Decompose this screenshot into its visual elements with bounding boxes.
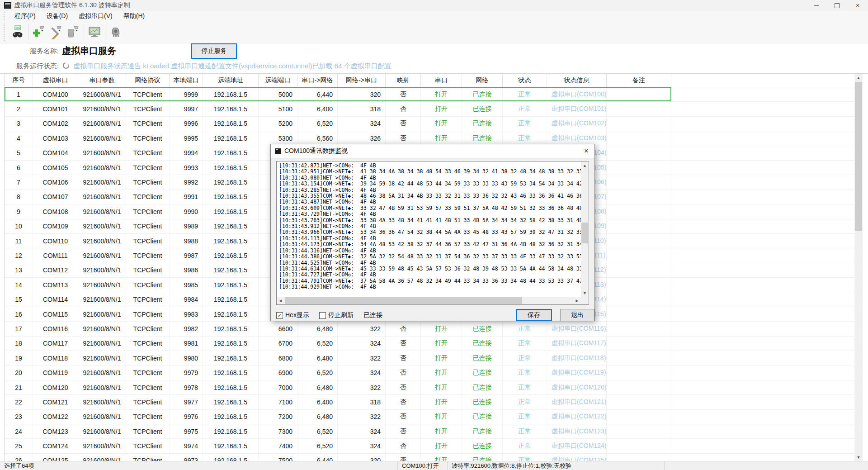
- table-row[interactable]: 25COM124921600/8/N/1TCPClient9974192.168…: [5, 439, 855, 453]
- scrollbar-thumb[interactable]: [855, 82, 862, 231]
- maximize-button[interactable]: [826, 0, 847, 11]
- cell-net_state: 已连接: [462, 366, 503, 380]
- column-header-note[interactable]: 备注: [607, 74, 671, 87]
- cell-net_state: 已连接: [462, 395, 503, 409]
- column-header-local_port[interactable]: 本地端口: [170, 74, 203, 87]
- log-scroll-up-icon[interactable]: ▲: [581, 161, 589, 169]
- toolbar-grip[interactable]: [4, 24, 6, 41]
- log-hscroll-thumb[interactable]: [285, 297, 522, 304]
- delete-device-button[interactable]: [65, 24, 82, 41]
- search-device-button[interactable]: 192: [9, 24, 26, 41]
- column-header-remote_port[interactable]: 远端端口: [259, 74, 297, 87]
- column-header-com[interactable]: 虚拟串口: [33, 74, 78, 87]
- cell-proto: TCPClient: [126, 351, 170, 365]
- column-header-to_net[interactable]: 串口->网络: [297, 74, 338, 87]
- hex-display-checkbox[interactable]: ✓ Hex显示: [276, 311, 309, 319]
- cell-note: [607, 204, 671, 218]
- add-device-icon: [32, 25, 46, 39]
- cell-to_net: 6,560: [297, 131, 338, 145]
- table-vertical-scrollbar[interactable]: ▲ ▼: [854, 74, 863, 461]
- dialog-title-bar[interactable]: COM100通讯数据监视 ×: [271, 144, 594, 158]
- log-vertical-scrollbar[interactable]: ▲ ▼: [581, 161, 589, 297]
- scroll-down-icon[interactable]: ▼: [854, 453, 863, 461]
- cell-com: COM110: [33, 234, 78, 248]
- comm-monitor-icon: [88, 25, 101, 39]
- statusbar-serial-params: 波特率:921600,数据位:8,停止位:1,校验:无校验: [448, 461, 665, 470]
- cell-proto: TCPClient: [126, 102, 170, 116]
- table-row[interactable]: 22COM121921600/8/N/1TCPClient9977192.168…: [5, 395, 855, 409]
- table-row[interactable]: 21COM120921600/8/N/1TCPClient9978192.168…: [5, 380, 855, 395]
- table-row[interactable]: 3COM102921600/8/N/1TCPClient9996192.168.…: [5, 117, 855, 131]
- stop-refresh-checkbox[interactable]: 停止刷新: [319, 311, 354, 319]
- column-header-port_state[interactable]: 串口: [421, 74, 462, 87]
- minimize-button[interactable]: [806, 0, 826, 11]
- table-header: 序号虚拟串口串口参数网络协议本地端口远端地址远端端口串口->网络网络->串口映射…: [5, 74, 855, 87]
- menu-grip[interactable]: [4, 12, 6, 20]
- menu-device[interactable]: 设备(D): [41, 11, 73, 21]
- table-row[interactable]: 23COM122921600/8/N/1TCPClient9976192.168…: [5, 410, 855, 424]
- table-row[interactable]: 20COM119921600/8/N/1TCPClient9979192.168…: [5, 366, 855, 380]
- device-config-button[interactable]: [107, 24, 124, 41]
- stop-service-button[interactable]: 停止服务: [191, 43, 237, 59]
- column-header-to_com[interactable]: 网络->串口: [338, 74, 386, 87]
- cell-proto: TCPClient: [126, 117, 170, 131]
- statusbar-selection: 选择了64项: [0, 461, 398, 470]
- cell-com: COM123: [33, 424, 78, 438]
- table-row[interactable]: 24COM123921600/8/N/1TCPClient9975192.168…: [5, 424, 855, 439]
- cell-note: [607, 117, 671, 131]
- log-line: [10:31:43.487]NET->COM◇: 4F 4B: [279, 199, 581, 205]
- svg-text:192: 192: [15, 26, 21, 29]
- cell-remote_addr: 192.168.1.5: [203, 234, 259, 248]
- cell-to_net: 6,520: [297, 424, 338, 438]
- column-header-mapped[interactable]: 映射: [386, 74, 421, 87]
- table-row[interactable]: 18COM117921600/8/N/1TCPClient9981192.168…: [5, 337, 855, 351]
- cell-remote_port: 5300: [259, 131, 297, 145]
- table-row[interactable]: 1COM100921600/8/N/1TCPClient9999192.168.…: [5, 87, 855, 102]
- log-scroll-right-icon[interactable]: ►: [573, 297, 581, 304]
- menu-help[interactable]: 帮助(H): [118, 11, 150, 21]
- save-button[interactable]: 保存: [516, 309, 552, 321]
- table-row[interactable]: 19COM118921600/8/N/1TCPClient9980192.168…: [5, 351, 855, 366]
- cell-net_state: 已连接: [462, 424, 503, 438]
- cell-status: 正常: [503, 131, 547, 145]
- cell-com: COM115: [33, 307, 78, 321]
- log-scroll-down-icon[interactable]: ▼: [581, 289, 589, 297]
- log-vscroll-thumb[interactable]: [581, 223, 588, 243]
- cell-status_info: 虚拟串口(COM122)串口: [547, 410, 607, 424]
- table-row[interactable]: 26COM125921600/8/N/1TCPClient9973192.168…: [5, 454, 855, 461]
- cell-status_info: 虚拟串口(COM100)串口: [547, 87, 607, 101]
- cell-com: COM105: [33, 161, 78, 175]
- log-scroll-left-icon[interactable]: ◄: [277, 297, 284, 304]
- cell-params: 921600/8/N/1: [78, 102, 126, 116]
- column-header-status_info[interactable]: 状态信息: [547, 74, 607, 87]
- cell-seq: 20: [5, 366, 33, 380]
- dialog-close-button[interactable]: ×: [578, 144, 594, 158]
- table-row[interactable]: 17COM116921600/8/N/1TCPClient9982192.168…: [5, 322, 855, 336]
- column-header-remote_addr[interactable]: 远端地址: [203, 74, 259, 87]
- cell-net_state: 已连接: [462, 117, 503, 131]
- exit-button[interactable]: 退出: [560, 309, 594, 321]
- table-row[interactable]: 2COM101921600/8/N/1TCPClient9997192.168.…: [5, 102, 855, 116]
- add-device-button[interactable]: [30, 24, 47, 41]
- cell-status_info: 虚拟串口(COM123)串口: [547, 424, 607, 438]
- scroll-up-icon[interactable]: ▲: [854, 74, 863, 81]
- cell-params: 921600/8/N/1: [78, 307, 126, 321]
- log-horizontal-scrollbar[interactable]: ◄ ►: [277, 297, 581, 304]
- cell-status: 正常: [503, 439, 547, 453]
- column-header-net_state[interactable]: 网络: [462, 74, 503, 87]
- close-button[interactable]: ×: [847, 0, 868, 11]
- column-header-seq[interactable]: 序号: [5, 74, 33, 87]
- log-line: [10:31:44.525]NET->COM◇: 4F 4B: [279, 260, 581, 266]
- menu-program[interactable]: 程序(P): [9, 11, 41, 21]
- column-header-status[interactable]: 状态: [503, 74, 547, 87]
- column-header-params[interactable]: 串口参数: [78, 74, 126, 87]
- modify-device-button[interactable]: [47, 24, 65, 41]
- comm-monitor-button[interactable]: [86, 24, 103, 41]
- menu-virtual-port[interactable]: 虚拟串口(V): [73, 11, 118, 21]
- column-header-proto[interactable]: 网络协议: [126, 74, 170, 87]
- cell-status: 正常: [503, 410, 547, 424]
- cell-local_port: 9987: [170, 248, 203, 262]
- cell-status_info: 虚拟串口(COM124)串口: [547, 439, 607, 453]
- cell-remote_addr: 192.168.1.5: [203, 263, 259, 277]
- log-line: [10:31:42.951]COM->NET◆: 41 38 34 4A 38 …: [279, 169, 581, 175]
